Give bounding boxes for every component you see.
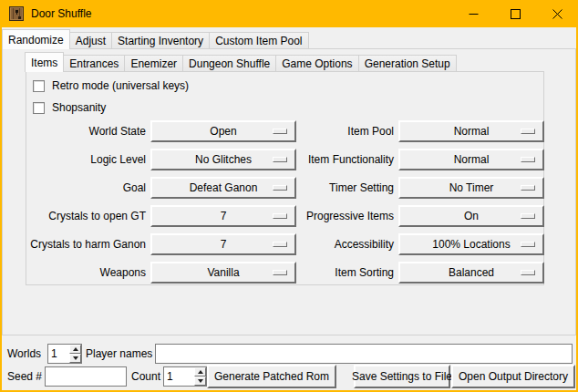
dropdown-indicator-icon	[273, 270, 287, 275]
dropdown-indicator-icon	[521, 270, 535, 275]
triangle-up-icon	[73, 347, 78, 351]
tab-generation-setup[interactable]: Generation Setup	[358, 55, 457, 72]
count-spinbox[interactable]	[163, 366, 207, 387]
accessibility-dropdown[interactable]: 100% Locations	[398, 233, 544, 255]
dropdown-indicator-icon	[521, 185, 535, 191]
dropdown-indicator-icon	[273, 242, 287, 247]
triangle-down-icon	[73, 356, 78, 360]
window-title: Door Shuffle	[31, 0, 92, 27]
dropdown-indicator-icon	[273, 129, 287, 134]
item-sorting-label: Item Sorting	[292, 262, 394, 284]
item-pool-label: Item Pool	[292, 120, 394, 142]
player-names-input[interactable]	[155, 344, 573, 364]
world-state-dropdown[interactable]: Open	[150, 120, 296, 142]
worlds-label: Worlds	[7, 344, 41, 364]
tab-randomize[interactable]: Randomize	[2, 29, 70, 49]
tab-custom-item-pool[interactable]: Custom Item Pool	[209, 32, 308, 49]
crystals-gt-label: Crystals to open GT	[18, 205, 146, 227]
content-area: Randomize Adjust Starting Inventory Cust…	[2, 27, 576, 390]
generate-patched-rom-button[interactable]: Generate Patched Rom	[207, 365, 336, 388]
maximize-button[interactable]	[494, 0, 536, 27]
player-names-label: Player names	[86, 344, 152, 364]
progressive-items-dropdown[interactable]: On	[398, 205, 544, 227]
weapons-label: Weapons	[18, 262, 146, 284]
world-state-label: World State	[18, 120, 146, 142]
primary-tab-bar: Randomize Adjust Starting Inventory Cust…	[3, 29, 309, 49]
door-shuffle-window: Door Shuffle Rando	[0, 0, 578, 392]
logic-level-label: Logic Level	[18, 149, 146, 170]
spin-down-button[interactable]	[194, 377, 206, 386]
count-label: Count	[124, 366, 160, 387]
crystals-ganon-dropdown[interactable]: 7	[150, 233, 296, 255]
save-settings-button[interactable]: Save Settings to File	[354, 365, 450, 388]
window-controls	[452, 0, 578, 27]
progressive-items-label: Progressive Items	[292, 205, 394, 227]
triangle-down-icon	[198, 379, 203, 383]
titlebar[interactable]: Door Shuffle	[0, 0, 578, 27]
tab-starting-inventory[interactable]: Starting Inventory	[111, 32, 210, 49]
dropdown-indicator-icon	[521, 157, 535, 162]
door-icon	[9, 6, 24, 21]
tab-entrances[interactable]: Entrances	[63, 55, 125, 72]
accessibility-label: Accessibility	[292, 233, 394, 255]
dropdown-indicator-icon	[273, 185, 287, 191]
tab-enemizer[interactable]: Enemizer	[124, 55, 183, 72]
retro-mode-checkbox[interactable]	[33, 80, 45, 92]
count-input[interactable]	[164, 367, 193, 386]
worlds-spinbox[interactable]	[47, 344, 82, 364]
seed-label: Seed #	[7, 366, 42, 387]
tab-adjust[interactable]: Adjust	[69, 32, 112, 49]
goal-label: Goal	[18, 177, 146, 199]
tab-game-options[interactable]: Game Options	[275, 55, 358, 72]
item-functionality-label: Item Functionality	[292, 149, 394, 170]
worlds-input[interactable]	[48, 345, 68, 363]
tab-items[interactable]: Items	[25, 52, 64, 72]
secondary-tab-bar: Items Entrances Enemizer Dungeon Shuffle…	[26, 52, 457, 72]
retro-mode-label: Retro mode (universal keys)	[52, 79, 189, 92]
close-button[interactable]	[536, 0, 578, 27]
close-icon	[552, 9, 563, 19]
minimize-button[interactable]	[452, 0, 494, 27]
count-spinner-arrows	[194, 367, 206, 386]
dropdown-indicator-icon	[273, 213, 287, 219]
tab-dungeon-shuffle[interactable]: Dungeon Shuffle	[182, 55, 276, 72]
item-sorting-dropdown[interactable]: Balanced	[398, 262, 544, 284]
item-pool-dropdown[interactable]: Normal	[398, 120, 544, 142]
retro-mode-row: Retro mode (universal keys)	[33, 78, 189, 93]
goal-dropdown[interactable]: Defeat Ganon	[150, 177, 296, 199]
crystals-gt-dropdown[interactable]: 7	[150, 205, 296, 227]
dropdown-indicator-icon	[273, 157, 287, 162]
dropdown-indicator-icon	[521, 129, 535, 134]
spin-up-button[interactable]	[194, 367, 206, 377]
minimize-icon	[469, 9, 479, 19]
timer-setting-label: Timer Setting	[292, 177, 394, 199]
maximize-icon	[511, 9, 521, 19]
dropdown-indicator-icon	[521, 242, 535, 247]
seed-input[interactable]	[45, 366, 127, 387]
triangle-up-icon	[198, 370, 203, 374]
worlds-spinner-arrows	[69, 345, 81, 363]
spin-down-button[interactable]	[69, 354, 81, 363]
shopsanity-checkbox[interactable]	[33, 102, 45, 114]
open-output-directory-button[interactable]: Open Output Directory	[451, 365, 575, 388]
item-functionality-dropdown[interactable]: Normal	[398, 149, 544, 170]
crystals-ganon-label: Crystals to harm Ganon	[18, 233, 146, 255]
weapons-dropdown[interactable]: Vanilla	[150, 262, 296, 284]
logic-level-dropdown[interactable]: No Glitches	[150, 149, 296, 170]
timer-setting-dropdown[interactable]: No Timer	[398, 177, 544, 199]
dropdown-indicator-icon	[521, 213, 535, 219]
shopsanity-row: Shopsanity	[33, 100, 106, 115]
spin-up-button[interactable]	[69, 345, 81, 354]
shopsanity-label: Shopsanity	[52, 101, 106, 114]
